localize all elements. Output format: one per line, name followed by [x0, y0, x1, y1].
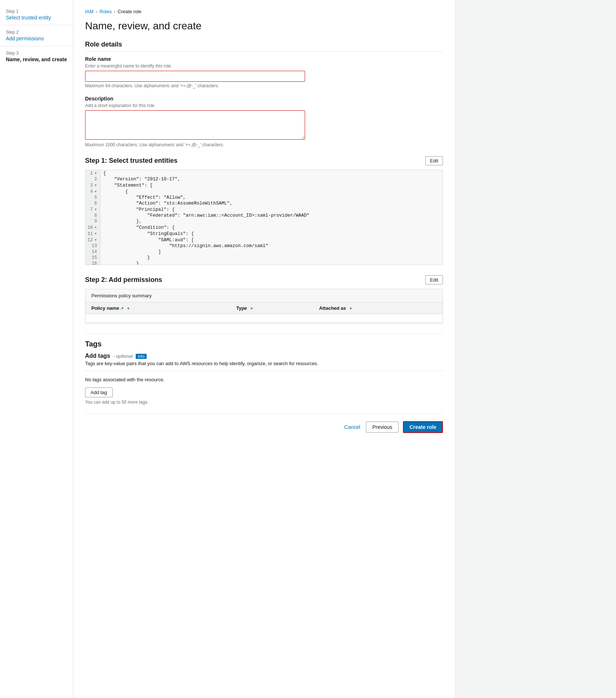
role-name-input[interactable]	[85, 71, 305, 82]
permissions-empty-row	[85, 314, 443, 323]
code-line-row: 14 ]	[85, 249, 443, 255]
breadcrumb: IAM › Roles › Create role	[85, 9, 443, 14]
code-line-num: 9	[85, 218, 100, 224]
permissions-summary-label: Permissions policy summary	[85, 289, 443, 302]
code-line-row: 12 "SAML:aud": [	[85, 237, 443, 243]
previous-button[interactable]: Previous	[366, 422, 398, 433]
sidebar-step-label-3: Step 3	[6, 51, 67, 56]
info-badge[interactable]: Info	[136, 354, 147, 359]
code-line-row: 8 "Federated": "arn:aws:iam::<Account_ID…	[85, 213, 443, 218]
code-line-num: 16	[85, 261, 100, 265]
code-line-row: 4 {	[85, 188, 443, 195]
description-hint: Add a short explanation for this role.	[85, 103, 443, 108]
description-textarea[interactable]	[85, 110, 305, 140]
sidebar-divider-2	[0, 46, 73, 46]
code-line-content: "Effect": "Allow",	[100, 195, 443, 201]
code-line-content: {	[100, 170, 443, 176]
add-tags-optional: - optional	[113, 353, 132, 359]
tags-description: Tags are key-value pairs that you can ad…	[85, 361, 443, 366]
description-field-group: Description Add a short explanation for …	[85, 96, 443, 147]
code-line-content: "Version": "2012-10-17",	[100, 176, 443, 182]
external-link-icon[interactable]: ↗	[120, 306, 124, 311]
page-title: Name, review, and create	[85, 20, 443, 32]
code-line-num[interactable]: 7	[85, 206, 100, 213]
code-line-row: 16 }	[85, 261, 443, 265]
code-line-num[interactable]: 1	[85, 170, 100, 176]
step1-review-section: Step 1: Select trusted entities Edit 1{2…	[85, 156, 443, 265]
sidebar-step-link-2[interactable]: Add permissions	[6, 36, 67, 41]
code-line-content: "SAML:aud": [	[100, 237, 443, 243]
add-tags-label: Add tags	[85, 353, 110, 359]
code-line-content: },	[100, 218, 443, 224]
code-line-content: {	[100, 188, 443, 195]
sidebar-step-2: Step 2Add permissions	[0, 27, 73, 44]
breadcrumb-iam[interactable]: IAM	[85, 9, 94, 14]
sidebar-divider-1	[0, 25, 73, 25]
code-line-num: 6	[85, 201, 100, 206]
step1-edit-button[interactable]: Edit	[425, 156, 443, 165]
trusted-entities-code-block: 1{2 "Version": "2012-10-17",3 "Statement…	[85, 170, 443, 265]
permissions-table: Policy name ↗ ▼ Type ▼ Attached as ▼	[85, 302, 443, 323]
code-line-row: 5 "Effect": "Allow",	[85, 195, 443, 201]
create-role-button[interactable]: Create role	[403, 421, 443, 433]
add-tag-hint: You can add up to 50 more tags.	[85, 400, 443, 405]
code-line-content: "Federated": "arn:aws:iam::<Account_ID>:…	[100, 213, 443, 218]
code-line-row: 15 }	[85, 255, 443, 261]
add-tag-button[interactable]: Add tag	[85, 387, 113, 397]
breadcrumb-sep-2: ›	[114, 9, 115, 14]
type-sort-icon[interactable]: ▼	[250, 306, 253, 311]
code-line-num[interactable]: 10	[85, 224, 100, 231]
tags-divider	[85, 371, 443, 371]
code-line-row: 2 "Version": "2012-10-17",	[85, 176, 443, 182]
sidebar-step-3: Step 3Name, review, and create	[0, 48, 73, 65]
code-line-row: 9 },	[85, 218, 443, 224]
code-line-num[interactable]: 3	[85, 182, 100, 188]
permissions-box: Permissions policy summary Policy name ↗…	[85, 289, 443, 323]
no-tags-message: No tags associated with the resource.	[85, 377, 443, 382]
sidebar-step-1: Step 1Select trusted entity	[0, 6, 73, 23]
code-line-num[interactable]: 4	[85, 188, 100, 195]
policy-name-header: Policy name ↗ ▼	[85, 302, 230, 314]
attached-as-header-text: Attached as	[319, 305, 346, 311]
role-name-field-group: Role name Enter a meaningful name to ide…	[85, 56, 443, 88]
breadcrumb-roles[interactable]: Roles	[99, 9, 111, 14]
code-line-content: }	[100, 255, 443, 261]
breadcrumb-sep-1: ›	[96, 9, 97, 14]
role-details-section: Role details Role name Enter a meaningfu…	[85, 41, 443, 147]
code-line-num[interactable]: 11	[85, 231, 100, 237]
policy-name-header-text: Policy name ↗	[91, 305, 124, 311]
attached-as-header: Attached as ▼	[313, 302, 443, 314]
code-line-num: 14	[85, 249, 100, 255]
cancel-button[interactable]: Cancel	[343, 422, 362, 432]
step2-review-section: Step 2: Add permissions Edit Permissions…	[85, 275, 443, 323]
code-line-row: 1{	[85, 170, 443, 176]
sidebar-step-label-2: Step 2	[6, 30, 67, 35]
step1-header: Step 1: Select trusted entities Edit	[85, 156, 443, 165]
sidebar: Step 1Select trusted entityStep 2Add per…	[0, 0, 73, 698]
code-line-content: }	[100, 261, 443, 265]
attached-as-sort-icon[interactable]: ▼	[349, 306, 352, 311]
policy-name-sort-icon[interactable]: ▼	[126, 306, 130, 311]
step2-edit-button[interactable]: Edit	[425, 275, 443, 284]
tags-top-divider	[85, 334, 443, 334]
code-line-num[interactable]: 12	[85, 237, 100, 243]
code-line-row: 10 "Condition": {	[85, 224, 443, 231]
code-line-num: 8	[85, 213, 100, 218]
tags-section: Tags Add tags - optional Info Tags are k…	[85, 334, 443, 405]
description-label: Description	[85, 96, 443, 102]
code-line-row: 13 "https://signin.aws.amazon.com/saml"	[85, 243, 443, 249]
breadcrumb-current: Create role	[118, 9, 141, 14]
sidebar-step-link-3: Name, review, and create	[6, 56, 67, 62]
code-line-row: 7 "Principal": {	[85, 206, 443, 213]
sidebar-step-link-1[interactable]: Select trusted entity	[6, 15, 67, 21]
step1-title: Step 1: Select trusted entities	[85, 157, 177, 165]
role-name-hint: Enter a meaningful name to identify this…	[85, 63, 443, 69]
code-line-num: 15	[85, 255, 100, 261]
code-line-content: "https://signin.aws.amazon.com/saml"	[100, 243, 443, 249]
role-name-label: Role name	[85, 56, 443, 62]
code-line-row: 11 "StringEquals": {	[85, 231, 443, 237]
main-content: IAM › Roles › Create role Name, review, …	[73, 0, 455, 698]
code-line-content: ]	[100, 249, 443, 255]
tags-title: Tags	[85, 340, 443, 348]
code-line-num: 13	[85, 243, 100, 249]
